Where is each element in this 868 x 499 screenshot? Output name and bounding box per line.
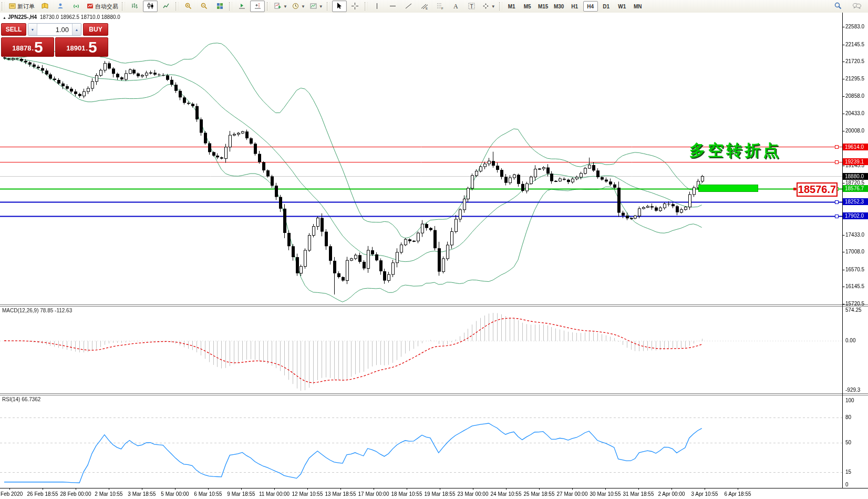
- toolbar-grip: [327, 2, 330, 11]
- chevron-down-icon[interactable]: ▼: [491, 4, 495, 9]
- zoom-in-button[interactable]: [181, 1, 195, 12]
- timeframe-m5-button[interactable]: M5: [520, 1, 535, 12]
- one-click-trade-panel: SELL ▼ 1.00 ▲ BUY 18878.5 18901.5: [1, 23, 108, 57]
- toolbar-right: [830, 1, 865, 12]
- volume-value[interactable]: 1.00: [37, 24, 72, 35]
- sell-button[interactable]: SELL: [1, 23, 26, 36]
- chart-shift-button[interactable]: [250, 1, 265, 12]
- cursor-icon: [335, 2, 343, 11]
- line-chart-button[interactable]: [159, 1, 173, 12]
- fibonacci-retracement-button[interactable]: F: [433, 1, 448, 12]
- time-axis-label: 30 Mar 10:55: [590, 491, 621, 497]
- auto-scroll-button[interactable]: [234, 1, 249, 12]
- zoom-out-icon: [200, 2, 208, 11]
- price-axis-tick: 22583.0: [845, 24, 867, 29]
- vline-icon: [373, 2, 381, 11]
- timeframe-m30-button[interactable]: M30: [552, 1, 566, 12]
- time-axis-label: 28 Feb 00:00: [60, 491, 91, 497]
- chart-header: ▲JPN225-,H418730.0 18962.5 18710.0 18880…: [3, 14, 120, 20]
- ohlc-values: 18730.0 18962.5 18710.0 18880.0: [40, 14, 120, 20]
- macd-axis-label: -929.3: [845, 387, 867, 393]
- arrows-icon: [482, 2, 490, 11]
- timeframe-h1-button[interactable]: H1: [567, 1, 582, 12]
- equidistant-channel-button[interactable]: E: [417, 1, 432, 12]
- price-axis-tick: 20858.0: [845, 93, 867, 99]
- price-line-tag: 19239.1: [843, 158, 868, 165]
- time-axis-label: 12 Mar 10:55: [292, 491, 323, 497]
- rsi-axis-label: 50: [845, 440, 867, 445]
- tiles-icon: [216, 2, 224, 11]
- book-icon: [41, 2, 49, 11]
- new-order-label: 新订单: [17, 3, 35, 11]
- time-axis-label: 3 Apr 10:55: [691, 491, 718, 497]
- time-axis-label: 11 Mar 00:00: [259, 491, 290, 497]
- periods-button[interactable]: ▼: [290, 1, 307, 12]
- cursor-button[interactable]: [332, 1, 347, 12]
- text-label-button[interactable]: T: [464, 1, 479, 12]
- signal-icon: [73, 2, 80, 11]
- horizontal-line-button[interactable]: [386, 1, 400, 12]
- profile-button[interactable]: [53, 1, 68, 12]
- sell-price: 18878: [12, 42, 31, 55]
- chevron-down-icon[interactable]: ▼: [319, 4, 323, 9]
- signals-button[interactable]: [69, 1, 84, 12]
- fibo-icon: F: [436, 2, 444, 11]
- autotrade-icon: [86, 2, 94, 11]
- timeframe-m1-button[interactable]: M1: [504, 1, 519, 12]
- bars-icon: [131, 2, 139, 11]
- chevron-down-icon[interactable]: ▼: [283, 4, 287, 9]
- volume-decrease-button[interactable]: ▼: [28, 24, 37, 35]
- macd-axis-label: 0.00: [845, 338, 867, 343]
- crosshair-button[interactable]: [348, 1, 363, 12]
- toolbar: 新订单自动交易▼▼▼EFAT▼M1M5M15M30H1H4D1W1MN: [0, 0, 868, 13]
- price-line-tag: 19614.0: [843, 144, 868, 150]
- sell-price-box[interactable]: 18878.5: [1, 37, 54, 57]
- market-watch-button[interactable]: [37, 1, 52, 12]
- price-axis-tick: 16570.5: [845, 267, 867, 272]
- time-axis-label: 17 Mar 00:00: [358, 491, 389, 497]
- text-button[interactable]: A: [449, 1, 463, 12]
- timeframe-d1-button[interactable]: D1: [599, 1, 614, 12]
- timeframe-w1-button[interactable]: W1: [615, 1, 629, 12]
- price-axis-tick: 22145.5: [845, 42, 867, 47]
- price-line-tag: 18576.7: [843, 185, 868, 192]
- new-order-button[interactable]: 新订单: [7, 1, 36, 12]
- time-axis-label: 6 Apr 18:55: [724, 491, 751, 497]
- time-axis-label: 31 Mar 18:55: [623, 491, 654, 497]
- search-button[interactable]: [831, 1, 845, 12]
- timeframe-h4-button[interactable]: H4: [583, 1, 598, 12]
- timeframe-mn-button[interactable]: MN: [631, 1, 645, 12]
- buy-price-box[interactable]: 18901.5: [55, 37, 108, 57]
- candlestick-chart-button[interactable]: [143, 1, 158, 12]
- trendline-button[interactable]: [401, 1, 416, 12]
- indicators-button[interactable]: ▼: [272, 1, 289, 12]
- tile-windows-button[interactable]: [212, 1, 227, 12]
- price-axis-tick: 20008.0: [845, 128, 867, 134]
- volume-increase-button[interactable]: ▲: [72, 24, 81, 35]
- bar-chart-button[interactable]: [127, 1, 142, 12]
- collapse-arrow-icon[interactable]: ▲: [3, 16, 6, 19]
- price-label-box[interactable]: 18576.7: [797, 182, 838, 197]
- svg-text:T: T: [470, 3, 473, 9]
- shift-icon: [254, 2, 262, 11]
- templates-button[interactable]: ▼: [308, 1, 325, 12]
- tline-icon: [405, 2, 412, 11]
- channel-icon: E: [420, 2, 428, 11]
- symbol-name: JPN225-,H4: [8, 14, 37, 20]
- zoom-out-button[interactable]: [197, 1, 211, 12]
- chevron-down-icon[interactable]: ▼: [301, 4, 305, 9]
- time-axis-label: 25 Mar 18:55: [524, 491, 555, 497]
- price-line-tag: 18252.3: [843, 198, 868, 205]
- auto-trading-button[interactable]: 自动交易: [85, 1, 120, 12]
- chat-button[interactable]: [850, 1, 864, 12]
- buy-button[interactable]: BUY: [83, 23, 108, 36]
- price-axis-tick: 21295.5: [845, 76, 867, 82]
- chart-canvas[interactable]: [0, 13, 868, 499]
- vertical-line-button[interactable]: [370, 1, 385, 12]
- timeframe-m15-button[interactable]: M15: [536, 1, 551, 12]
- price-label-handle[interactable]: [793, 188, 796, 190]
- arrows-button[interactable]: ▼: [480, 1, 497, 12]
- toolbar-grip: [365, 2, 368, 11]
- hline-icon: [389, 2, 397, 11]
- toolbar-grip: [122, 2, 125, 11]
